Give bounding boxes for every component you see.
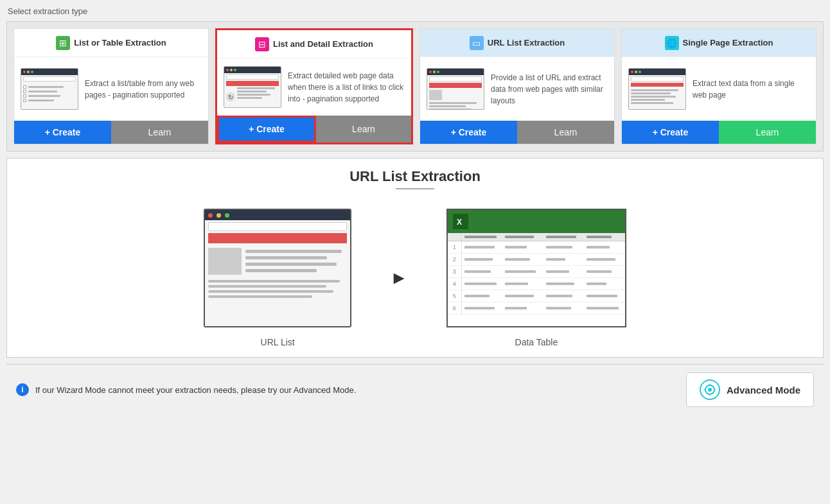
- card-list-table-title: List or Table Extraction: [74, 38, 166, 48]
- card-url-list-body: Provide a list of URL and extract data f…: [420, 57, 614, 121]
- table-row-4-c1: [462, 278, 503, 290]
- bottom-bar: i If our Wizard Mode cannot meet your ex…: [6, 364, 824, 415]
- table-row-6-c4: [584, 302, 625, 314]
- table-header-cell-2: [502, 233, 543, 241]
- card-list-detail-body: ↻ Extract detailed web page data when th…: [217, 58, 411, 116]
- card-single-page-desc: Extract text data from a single web page: [693, 78, 809, 101]
- data-table-diagram: X: [446, 209, 626, 347]
- list-table-icon: ⊞: [56, 36, 70, 50]
- svg-text:X: X: [457, 218, 462, 227]
- list-detail-learn-button[interactable]: Learn: [316, 116, 411, 143]
- table-row-2-num: 2: [448, 254, 462, 265]
- table-row: 1: [448, 241, 625, 254]
- table-row-4-c2: [502, 278, 543, 290]
- single-page-create-button[interactable]: + Create: [622, 121, 719, 144]
- info-diagram: URL List ► X: [17, 209, 813, 347]
- table-row-4-c4: [584, 278, 625, 290]
- table-row-5-c2: [502, 290, 543, 302]
- info-text: If our Wizard Mode cannot meet your extr…: [35, 385, 356, 395]
- bottom-info-left: i If our Wizard Mode cannot meet your ex…: [16, 383, 356, 396]
- table-header: [448, 233, 625, 241]
- card-list-detail-buttons: + Create Learn: [217, 116, 411, 143]
- table-row-6-c2: [502, 302, 543, 314]
- table-row-2-c4: [584, 254, 625, 265]
- url-list-create-button[interactable]: + Create: [420, 121, 517, 144]
- card-single-page-body: Extract text data from a single web page: [622, 57, 816, 121]
- detail-section-title: URL List Extraction: [17, 168, 813, 185]
- table-row-3-c3: [543, 266, 585, 277]
- card-url-list-buttons: + Create Learn: [420, 121, 614, 144]
- excel-icon: X: [453, 214, 468, 229]
- table-row: 4: [448, 278, 625, 290]
- table-row-5-c1: [462, 290, 503, 302]
- list-detail-icon: ⊟: [255, 37, 269, 51]
- table-row: 5: [448, 290, 625, 302]
- card-url-list-desc: Provide a list of URL and extract data f…: [491, 72, 608, 107]
- list-detail-create-button[interactable]: + Create: [217, 116, 316, 143]
- card-single-page-title: Single Page Extraction: [683, 38, 773, 48]
- advanced-mode-icon: [700, 379, 720, 400]
- list-table-learn-button[interactable]: Learn: [111, 121, 208, 144]
- detail-section: URL List Extraction: [6, 158, 824, 358]
- list-table-create-button[interactable]: + Create: [14, 121, 111, 144]
- single-page-illustration: [628, 68, 686, 110]
- advanced-mode-button[interactable]: Advanced Mode: [686, 372, 814, 407]
- card-single-page-header: 🌐 Single Page Extraction: [622, 29, 816, 57]
- single-page-learn-button[interactable]: Learn: [719, 121, 816, 144]
- card-url-list-header: ▭ URL List Extraction: [420, 29, 614, 57]
- url-large-titlebar: [205, 210, 350, 220]
- table-header-cell-3: [543, 233, 585, 241]
- advanced-mode-label: Advanced Mode: [727, 385, 800, 395]
- card-url-list: ▭ URL List Extraction: [419, 28, 615, 144]
- table-row-5-c3: [543, 290, 585, 302]
- svg-point-3: [708, 388, 712, 392]
- table-row-6-num: 6: [448, 302, 462, 314]
- table-row-3-c2: [502, 266, 543, 277]
- url-list-learn-button[interactable]: Learn: [517, 121, 614, 144]
- table-row-4-num: 4: [448, 278, 462, 290]
- url-list-diagram: URL List: [204, 209, 351, 347]
- table-header-cell-4: [584, 233, 625, 241]
- table-header-cell-1: [462, 233, 503, 241]
- card-url-list-title: URL List Extraction: [488, 38, 565, 48]
- table-row-1-num: 1: [448, 241, 462, 253]
- url-large-gray-box: [208, 248, 242, 275]
- table-row-5-num: 5: [448, 290, 462, 302]
- table-row-3-c4: [584, 266, 625, 277]
- table-row-1-c4: [584, 241, 625, 253]
- table-row-5-c4: [584, 290, 625, 302]
- card-single-page-buttons: + Create Learn: [622, 121, 816, 144]
- table-row-3-c1: [462, 266, 503, 277]
- table-header-row: X: [448, 210, 625, 233]
- data-table-label: Data Table: [515, 337, 558, 347]
- card-list-detail-header: ⊟ List and Detail Extraction: [217, 30, 411, 58]
- card-list-table-body: Extract a list/table from any web pages …: [14, 57, 208, 121]
- card-list-table-desc: Extract a list/table from any web pages …: [85, 78, 202, 101]
- table-row-2-c1: [462, 254, 503, 265]
- card-single-page: 🌐 Single Page Extraction: [621, 28, 817, 144]
- card-list-table: ⊞ List or Table Extraction: [13, 28, 209, 144]
- url-large-illustration: [204, 209, 351, 327]
- section-label: Select extraction type: [6, 6, 824, 16]
- data-table-illustration: X: [446, 209, 626, 327]
- detail-section-divider: [396, 188, 434, 189]
- table-row: 2: [448, 254, 625, 266]
- table-grid: 1 2: [448, 233, 625, 315]
- table-row: 3: [448, 266, 625, 278]
- extraction-cards-container: ⊞ List or Table Extraction: [6, 21, 824, 152]
- single-page-icon: 🌐: [665, 36, 679, 50]
- url-large-bottom: [205, 277, 350, 300]
- main-container: Select extraction type ⊞ List or Table E…: [0, 0, 830, 421]
- card-list-detail: ⊟ List and Detail Extraction ↻: [215, 28, 413, 144]
- list-detail-illustration: ↻: [224, 66, 281, 108]
- url-large-redbar: [208, 233, 347, 243]
- table-header-num: [448, 233, 462, 241]
- url-large-urlbar: [208, 222, 347, 231]
- url-large-text-lines: [245, 248, 347, 275]
- table-row-1-c3: [543, 241, 585, 253]
- table-row-1-c1: [462, 241, 503, 253]
- card-list-table-buttons: + Create Learn: [14, 121, 208, 144]
- card-list-table-header: ⊞ List or Table Extraction: [14, 29, 208, 57]
- card-list-detail-title: List and Detail Extraction: [273, 39, 373, 49]
- table-row-4-c3: [543, 278, 585, 290]
